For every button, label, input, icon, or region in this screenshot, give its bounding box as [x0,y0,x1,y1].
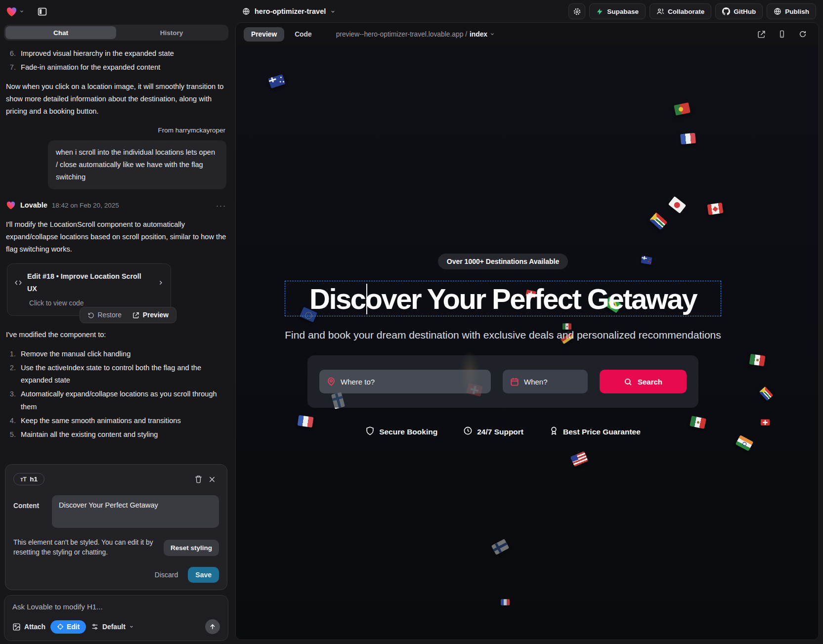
type-icon: ᴛT [20,476,26,483]
element-tag-badge[interactable]: ᴛT h1 [13,473,44,485]
tab-history[interactable]: History [116,26,227,39]
chevron-down-icon [330,9,336,14]
save-button[interactable]: Save [188,567,219,583]
image-icon [12,623,21,631]
hero-section: Over 1000+ Destinations Available Discov… [236,254,770,437]
lovable-heart-icon [6,201,16,210]
flag-us-icon [570,451,588,467]
url-host: preview--hero-optimizer-travel.lovable.a… [336,31,467,38]
tab-chat[interactable]: Chat [5,26,116,39]
chat-list-item: Improved visual hierarchy in the expande… [18,47,226,60]
code-icon [14,279,22,286]
date-placeholder: When? [524,378,548,386]
message-menu-button[interactable]: ··· [216,201,226,210]
send-button[interactable] [205,619,220,634]
assistant-list-top: Improved visual hierarchy in the expande… [18,47,226,74]
edit-version-card[interactable]: Edit #18 • Improve Location Scroll UX Cl… [7,263,171,316]
content-field-row: Content Discover Your Perfect Getaway [13,495,219,528]
supabase-button[interactable]: Supabase [589,3,646,19]
lovable-logo-menu[interactable] [6,6,24,17]
restore-button[interactable]: Restore [82,309,127,321]
collaborate-button[interactable]: Collaborate [650,3,711,19]
github-button[interactable]: GitHub [715,3,763,19]
mode-label: Default [102,623,126,631]
edit-mode-pill[interactable]: Edit [50,620,86,634]
users-icon [656,7,664,15]
settings-button[interactable] [568,3,585,19]
chevron-down-icon [490,32,495,37]
feature-award: Best Price Guarantee [549,426,641,437]
mobile-view-button[interactable] [774,26,790,42]
chat-scroll-area[interactable]: Improved visual hierarchy in the expande… [4,41,228,461]
destination-input[interactable]: Where to? [319,370,491,393]
top-bar: hero-optimizer-travel Supabase Collabora… [0,0,823,23]
app-window: hero-optimizer-travel Supabase Collabora… [0,0,823,644]
delete-element-button[interactable] [191,472,205,486]
github-label: GitHub [734,8,756,15]
content-textarea[interactable]: Discover Your Perfect Getaway [52,495,219,528]
flag-fi-icon [491,539,509,555]
chevron-down-icon [19,9,24,14]
chat-list-item: Use the activeIndex state to control bot… [18,362,226,386]
flag-fr-icon [501,599,510,605]
preview-version-button[interactable]: Preview [127,309,174,321]
hero-title[interactable]: Discover Your Perfect Getaway [309,282,696,315]
github-icon [722,7,730,15]
flag-fr-icon [680,133,696,145]
assistant-name: Lovable [20,199,47,212]
publish-label: Publish [785,8,809,15]
assistant-paragraph: I've modified the component to: [6,329,226,341]
external-link-icon [757,30,766,39]
gear-icon [573,7,581,16]
styling-note: This element can't be styled. You can ed… [13,538,157,558]
flag-jp-icon [668,196,687,214]
attach-button[interactable]: Attach [12,623,45,631]
feature-label: 24/7 Support [477,428,523,436]
shield-icon [365,426,375,437]
map-pin-icon [327,377,336,386]
flag-za-icon [650,213,667,230]
external-link-icon [132,312,139,319]
search-label: Search [638,378,662,386]
project-switcher[interactable]: hero-optimizer-travel [242,0,336,23]
search-icon [624,378,632,386]
assistant-header-row: Lovable 18:42 on Feb 20, 2025 ··· [6,199,226,212]
chevron-right-icon [158,280,164,286]
tab-code[interactable]: Code [287,27,319,42]
panel-left-icon [37,6,47,17]
refresh-button[interactable] [795,26,811,42]
sidebar-tabs: Chat History [4,25,228,41]
edit-card-title: Edit #18 • Improve Location Scroll UX [27,270,153,295]
destination-placeholder: Where to? [341,378,375,386]
restore-icon [87,312,94,319]
reset-styling-button[interactable]: Reset styling [164,540,219,556]
edit-card-actions: Restore Preview [80,307,176,323]
chat-input-box: Attach Edit Default [4,595,228,641]
attach-label: Attach [24,623,45,631]
open-in-new-tab-button[interactable] [753,26,769,42]
mode-dropdown[interactable]: Default [91,623,134,631]
preview-label: Preview [143,311,169,319]
toggle-sidebar-button[interactable] [34,3,50,19]
destinations-badge: Over 1000+ Destinations Available [438,254,568,269]
feature-label: Best Price Guarantee [563,428,641,436]
date-input[interactable]: When? [503,370,588,393]
publish-button[interactable]: Publish [767,3,816,19]
tab-preview[interactable]: Preview [244,27,284,42]
discard-button[interactable]: Discard [155,571,178,579]
content-label: Content [13,495,39,510]
close-panel-button[interactable] [205,472,219,486]
title-selection-box[interactable]: Discover Your Perfect Getaway [285,281,721,316]
chat-list-item: Remove the manual click handling [18,348,226,360]
chat-input-controls: Attach Edit Default [12,619,220,634]
chat-input-field[interactable] [12,602,220,611]
refresh-icon [799,30,807,38]
top-bar-actions: Supabase Collaborate GitHub Publish [568,3,816,19]
top-bar-left [0,3,50,19]
search-button[interactable]: Search [600,370,687,393]
chat-list-item: Maintain all the existing content and st… [18,429,226,441]
editor-actions-row: Discard Save [13,567,219,583]
flag-pt-icon [674,102,691,116]
preview-url[interactable]: preview--hero-optimizer-travel.lovable.a… [336,31,495,38]
chevron-down-icon [129,624,134,629]
